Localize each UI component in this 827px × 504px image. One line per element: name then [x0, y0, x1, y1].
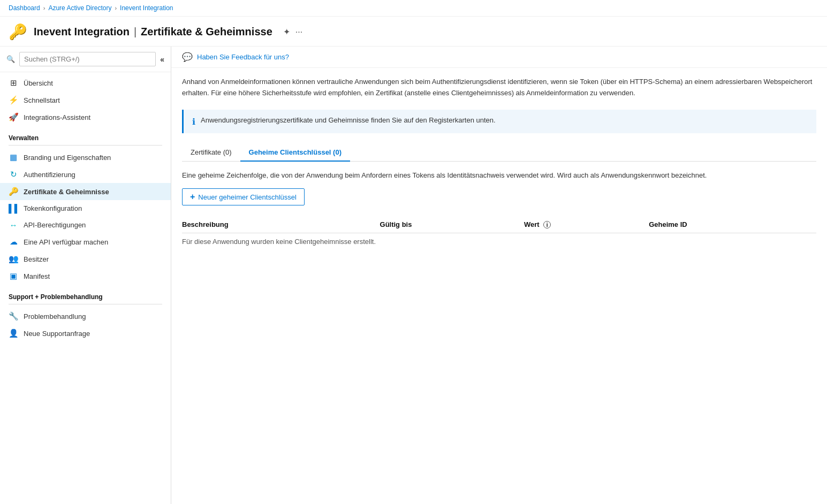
pin-icon[interactable]: ✦: [283, 27, 290, 37]
sidebar-item-api-berechtigungen[interactable]: ↔ API-Berechtigungen: [0, 217, 171, 233]
feedback-bar: 💬 Haben Sie Feedback für uns?: [171, 47, 827, 68]
cert-icon: 🔑: [9, 187, 18, 196]
sidebar-item-problembehandlung[interactable]: 🔧 Problembehandlung: [0, 308, 171, 325]
overview-icon: ⊞: [9, 78, 18, 88]
api-perm-icon: ↔: [9, 220, 18, 230]
wert-info-icon[interactable]: i: [543, 221, 551, 228]
breadcrumb-sep-2: ›: [115, 5, 117, 11]
search-icon: 🔍: [6, 55, 15, 63]
sidebar-item-label: API-Berechtigungen: [24, 221, 86, 229]
breadcrumb-aad[interactable]: Azure Active Directory: [48, 4, 111, 12]
tabs: Zertifikate (0) Geheime Clientschlüssel …: [182, 144, 816, 162]
add-secret-button[interactable]: + Neuer geheimer Clientschlüssel: [182, 188, 305, 205]
sidebar-item-label: Authentifizierung: [24, 171, 75, 179]
content-body: Anhand von Anmeldeinformationen können v…: [171, 68, 827, 258]
info-icon: ℹ: [192, 117, 195, 127]
tab-zertifikate[interactable]: Zertifikate (0): [182, 144, 240, 162]
section-divider-support: [9, 304, 162, 304]
section-divider-verwalten: [9, 145, 162, 146]
owners-icon: 👥: [9, 254, 18, 264]
sidebar-nav-support: 🔧 Problembehandlung 👤 Neue Supportanfrag…: [0, 306, 171, 344]
secrets-table: Beschreibung Gültig bis Wert i Geheime I…: [182, 216, 816, 250]
breadcrumb-current[interactable]: Inevent Integration: [120, 4, 173, 12]
info-box-text: Anwendungsregistrierungszertifikate und …: [201, 116, 496, 124]
breadcrumb: Dashboard › Azure Active Directory › Ine…: [0, 0, 827, 17]
support-icon: 👤: [9, 329, 18, 338]
sidebar-item-integrations[interactable]: 🚀 Integrations-Assistent: [0, 109, 171, 126]
sidebar-item-authentifizierung[interactable]: ↻ Authentifizierung: [0, 166, 171, 183]
col-header-beschreibung: Beschreibung: [182, 216, 380, 233]
sidebar-item-eine-api[interactable]: ☁ Eine API verfügbar machen: [0, 233, 171, 250]
section-verwalten: Verwalten: [0, 128, 171, 144]
table-empty-row: Für diese Anwendung wurden keine Clientg…: [182, 233, 816, 250]
sidebar: 🔍 « ⊞ Übersicht ⚡ Schnellstart 🚀 Integra…: [0, 47, 171, 504]
auth-icon: ↻: [9, 170, 18, 179]
token-icon: ▌▌: [9, 204, 18, 213]
tab-geheime[interactable]: Geheime Clientschlüssel (0): [240, 144, 350, 162]
feedback-icon: 💬: [182, 52, 193, 62]
layout: 🔍 « ⊞ Übersicht ⚡ Schnellstart 🚀 Integra…: [0, 47, 827, 504]
plus-icon: +: [190, 192, 195, 202]
breadcrumb-sep-1: ›: [43, 5, 45, 11]
sidebar-nav-top: ⊞ Übersicht ⚡ Schnellstart 🚀 Integration…: [0, 72, 171, 128]
key-icon: 🔑: [9, 23, 27, 41]
manifest-icon: ▣: [9, 271, 18, 281]
sidebar-item-label: Besitzer: [24, 255, 49, 263]
page-header: 🔑 Inevent Integration|Zertifikate & Gehe…: [0, 17, 827, 47]
breadcrumb-dashboard[interactable]: Dashboard: [9, 4, 40, 12]
sidebar-item-label: Übersicht: [24, 79, 53, 87]
cloud-icon: ☁: [9, 237, 18, 247]
sidebar-item-label: Manifest: [24, 272, 50, 280]
sidebar-item-zertifikate[interactable]: 🔑 Zertifikate & Geheimnisse: [0, 183, 171, 200]
section-support: Support + Problembehandlung: [0, 287, 171, 303]
sidebar-item-label: Neue Supportanfrage: [24, 330, 90, 338]
col-header-gueltig-bis: Gültig bis: [380, 216, 524, 233]
col-header-geheime-id: Geheime ID: [649, 216, 816, 233]
sidebar-item-label: Integrations-Assistent: [24, 113, 90, 121]
sidebar-item-manifest[interactable]: ▣ Manifest: [0, 268, 171, 285]
sidebar-search-area: 🔍 «: [0, 47, 171, 72]
collapse-button[interactable]: «: [160, 55, 164, 64]
rocket-icon: 🚀: [9, 112, 18, 122]
tab-description: Eine geheime Zeichenfolge, die von der A…: [182, 170, 816, 181]
col-header-wert: Wert i: [524, 216, 649, 233]
feedback-text: Haben Sie Feedback für uns?: [197, 53, 289, 61]
description-text: Anhand von Anmeldeinformationen können v…: [182, 77, 816, 99]
sidebar-item-uebersicht[interactable]: ⊞ Übersicht: [0, 74, 171, 91]
quickstart-icon: ⚡: [9, 95, 18, 105]
wrench-icon: 🔧: [9, 311, 18, 321]
sidebar-item-label: Zertifikate & Geheimnisse: [24, 188, 109, 196]
sidebar-item-tokenkonfiguration[interactable]: ▌▌ Tokenkonfiguration: [0, 200, 171, 217]
main-content: 💬 Haben Sie Feedback für uns? Anhand von…: [171, 47, 827, 504]
sidebar-item-label: Schnellstart: [24, 96, 60, 104]
sidebar-item-besitzer[interactable]: 👥 Besitzer: [0, 250, 171, 268]
page-title: Inevent Integration|Zertifikate & Geheim…: [34, 26, 272, 38]
empty-text: Für diese Anwendung wurden keine Clientg…: [182, 233, 816, 250]
search-input[interactable]: [19, 52, 156, 66]
sidebar-item-schnellstart[interactable]: ⚡ Schnellstart: [0, 91, 171, 109]
branding-icon: ▦: [9, 152, 18, 162]
sidebar-item-branding[interactable]: ▦ Branding und Eigenschaften: [0, 149, 171, 166]
sidebar-item-label: Tokenkonfiguration: [24, 204, 82, 212]
sidebar-item-label: Problembehandlung: [24, 312, 86, 320]
sidebar-nav-verwalten: ▦ Branding und Eigenschaften ↻ Authentif…: [0, 147, 171, 287]
more-icon[interactable]: ···: [295, 27, 302, 37]
sidebar-item-label: Eine API verfügbar machen: [24, 238, 108, 246]
sidebar-item-label: Branding und Eigenschaften: [24, 154, 111, 162]
header-actions: ✦ ···: [283, 27, 302, 37]
info-box: ℹ Anwendungsregistrierungszertifikate un…: [182, 110, 816, 133]
sidebar-item-neue-supportanfrage[interactable]: 👤 Neue Supportanfrage: [0, 325, 171, 342]
